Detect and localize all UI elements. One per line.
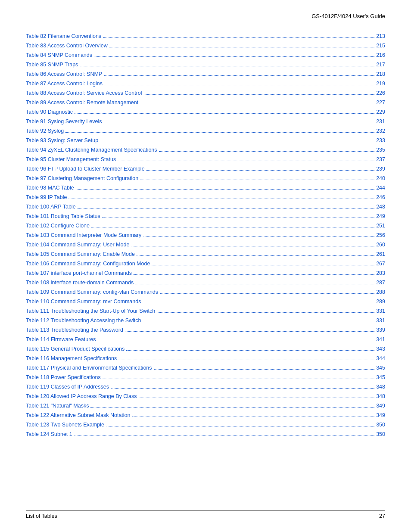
toc-item: Table 103 Command Interpreter Mode Summa… bbox=[26, 231, 385, 240]
toc-link[interactable]: Table 97 Clustering Management Configura… bbox=[26, 174, 138, 183]
toc-link[interactable]: Table 117 Physical and Environmental Spe… bbox=[26, 364, 152, 372]
toc-link[interactable]: Table 106 Command Summary: Configuration… bbox=[26, 259, 150, 268]
toc-item: Table 100 ARP Table248 bbox=[26, 202, 385, 211]
toc-page-number: 289 bbox=[376, 297, 385, 306]
toc-dots bbox=[103, 379, 374, 379]
page: GS-4012F/4024 User's Guide Table 82 File… bbox=[0, 0, 411, 532]
toc-item: Table 116 Management Specifications344 bbox=[26, 354, 385, 363]
toc-item: Table 106 Command Summary: Configuration… bbox=[26, 259, 385, 268]
toc-item: Table 98 MAC Table244 bbox=[26, 184, 385, 192]
toc-page-number: 240 bbox=[376, 174, 385, 183]
toc-item: Table 95 Cluster Management: Status237 bbox=[26, 155, 385, 164]
toc-dots bbox=[131, 246, 374, 246]
toc-item: Table 122 Alternative Subnet Mask Notati… bbox=[26, 411, 385, 420]
toc-dots bbox=[135, 284, 374, 284]
toc-item: Table 89 Access Control: Remote Manageme… bbox=[26, 98, 385, 107]
toc-page-number: 226 bbox=[376, 89, 385, 97]
toc-link[interactable]: Table 87 Access Control: Logins bbox=[26, 79, 103, 88]
toc-link[interactable]: Table 124 Subnet 1 bbox=[26, 430, 72, 439]
toc-link[interactable]: Table 89 Access Control: Remote Manageme… bbox=[26, 98, 138, 107]
toc-page-number: 213 bbox=[376, 32, 385, 40]
toc-page-number: 249 bbox=[376, 212, 385, 221]
toc-link[interactable]: Table 112 Troubleshooting Accessing the … bbox=[26, 316, 141, 325]
toc-link[interactable]: Table 96 FTP Upload to Cluster Member Ex… bbox=[26, 165, 145, 173]
toc-page-number: 339 bbox=[376, 326, 385, 334]
toc-link[interactable]: Table 92 Syslog bbox=[26, 127, 64, 135]
toc-page-number: 237 bbox=[376, 155, 385, 164]
toc-item: Table 118 Power Specifications345 bbox=[26, 373, 385, 382]
toc-link[interactable]: Table 107 interface port-channel Command… bbox=[26, 269, 132, 277]
toc-link[interactable]: Table 111 Troubleshooting the Start-Up o… bbox=[26, 307, 155, 315]
toc-item: Table 110 Command Summary: mvr Commands2… bbox=[26, 297, 385, 306]
toc-item: Table 94 ZyXEL Clustering Management Spe… bbox=[26, 146, 385, 154]
toc-item: Table 87 Access Control: Logins219 bbox=[26, 79, 385, 88]
toc-link[interactable]: Table 90 Diagnostic bbox=[26, 108, 73, 116]
toc-item: Table 111 Troubleshooting the Start-Up o… bbox=[26, 307, 385, 315]
toc-link[interactable]: Table 114 Firmware Features bbox=[26, 335, 96, 344]
toc-link[interactable]: Table 88 Access Control: Service Access … bbox=[26, 89, 142, 97]
toc-dots bbox=[109, 47, 374, 47]
toc-link[interactable]: Table 91 Syslog Severity Levels bbox=[26, 117, 102, 126]
toc-link[interactable]: Table 93 Syslog: Server Setup bbox=[26, 136, 98, 145]
toc-page-number: 350 bbox=[376, 430, 385, 439]
toc-item: Table 92 Syslog232 bbox=[26, 127, 385, 135]
toc-link[interactable]: Table 102 Configure Clone bbox=[26, 221, 90, 230]
toc-link[interactable]: Table 95 Cluster Management: Status bbox=[26, 155, 116, 164]
toc-page-number: 349 bbox=[376, 401, 385, 410]
toc-dots bbox=[91, 227, 374, 227]
toc-link[interactable]: Table 85 SNMP Traps bbox=[26, 60, 78, 69]
toc-page-number: 246 bbox=[376, 193, 385, 202]
toc-link[interactable]: Table 119 Classes of IP Addresses bbox=[26, 383, 109, 391]
toc-page-number: 217 bbox=[376, 60, 385, 69]
toc-page-number: 287 bbox=[376, 278, 385, 287]
page-footer: List of Tables 27 bbox=[26, 510, 385, 519]
toc-link[interactable]: Table 94 ZyXEL Clustering Management Spe… bbox=[26, 146, 157, 154]
toc-dots bbox=[143, 236, 374, 237]
toc-page-number: 239 bbox=[376, 165, 385, 173]
toc-link[interactable]: Table 101 Routing Table Status bbox=[26, 212, 100, 221]
toc-page-number: 345 bbox=[376, 373, 385, 382]
toc-dots bbox=[126, 350, 374, 351]
toc-page-number: 349 bbox=[376, 411, 385, 420]
toc-page-number: 260 bbox=[376, 240, 385, 249]
toc-link[interactable]: Table 108 interface route-domain Command… bbox=[26, 278, 134, 287]
toc-item: Table 115 General Product Specifications… bbox=[26, 345, 385, 353]
toc-link[interactable]: Table 105 Command Summary: Enable Mode bbox=[26, 250, 135, 258]
toc-link[interactable]: Table 98 MAC Table bbox=[26, 184, 74, 192]
toc-link[interactable]: Table 82 Filename Conventions bbox=[26, 32, 101, 40]
toc-page-number: 229 bbox=[376, 108, 385, 116]
toc-dots bbox=[152, 265, 374, 265]
toc-link[interactable]: Table 115 General Product Specifications bbox=[26, 345, 125, 353]
toc-page-number: 231 bbox=[376, 117, 385, 126]
toc-page-number: 344 bbox=[376, 354, 385, 363]
toc-dots bbox=[68, 199, 374, 199]
toc-link[interactable]: Table 116 Management Specifications bbox=[26, 354, 117, 363]
toc-dots bbox=[146, 170, 375, 171]
toc-dots bbox=[76, 189, 375, 190]
toc-dots bbox=[75, 113, 374, 114]
toc-page-number: 215 bbox=[376, 41, 385, 50]
toc-link[interactable]: Table 100 ARP Table bbox=[26, 202, 76, 211]
toc-link[interactable]: Table 83 Access Control Overview bbox=[26, 41, 108, 50]
toc-link[interactable]: Table 86 Access Control: SNMP bbox=[26, 70, 102, 78]
toc-link[interactable]: Table 110 Command Summary: mvr Commands bbox=[26, 297, 141, 306]
toc-link[interactable]: Table 122 Alternative Subnet Mask Notati… bbox=[26, 411, 131, 420]
toc-link[interactable]: Table 84 SNMP Commands bbox=[26, 51, 92, 59]
toc-item: Table 124 Subnet 1350 bbox=[26, 430, 385, 439]
toc-link[interactable]: Table 109 Command Summary: config-vlan C… bbox=[26, 288, 158, 296]
toc-link[interactable]: Table 103 Command Interpreter Mode Summa… bbox=[26, 231, 141, 240]
toc-dots bbox=[98, 341, 375, 341]
toc-link[interactable]: Table 113 Troubleshooting the Password bbox=[26, 326, 123, 334]
toc-dots bbox=[154, 369, 375, 370]
toc-link[interactable]: Table 99 IP Table bbox=[26, 193, 67, 202]
toc-link[interactable]: Table 123 Two Subnets Example bbox=[26, 420, 104, 429]
footer-page-number: 27 bbox=[379, 513, 385, 519]
toc-link[interactable]: Table 118 Power Specifications bbox=[26, 373, 101, 382]
toc-item: Table 93 Syslog: Server Setup233 bbox=[26, 136, 385, 145]
toc-item: Table 109 Command Summary: config-vlan C… bbox=[26, 288, 385, 296]
toc-page-number: 216 bbox=[376, 51, 385, 59]
toc-link[interactable]: Table 121 "Natural" Masks bbox=[26, 401, 89, 410]
toc-link[interactable]: Table 104 Command Summary: User Mode bbox=[26, 240, 129, 249]
toc-link[interactable]: Table 120 Allowed IP Address Range By Cl… bbox=[26, 392, 137, 401]
toc-dots bbox=[103, 123, 374, 123]
